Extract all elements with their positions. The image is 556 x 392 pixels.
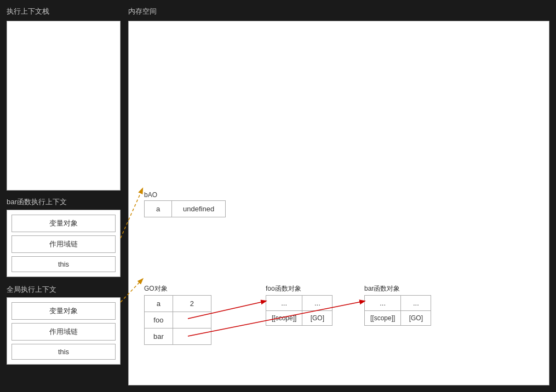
top-empty-area bbox=[7, 21, 121, 191]
bar-context-box: 变量对象 作用域链 this bbox=[7, 210, 121, 277]
global-context-box: 变量对象 作用域链 this bbox=[7, 297, 121, 365]
global-var-obj: 变量对象 bbox=[12, 302, 116, 320]
bao-label: bAO bbox=[144, 191, 226, 199]
global-context-label: 全局执行上下文 bbox=[7, 285, 121, 295]
bar-table: ... ... [[scope]] [GO] bbox=[364, 295, 431, 326]
foo-function-object: foo函数对象 ... ... [[scope]] [GO] bbox=[266, 284, 333, 326]
memory-space-title: 内存空间 bbox=[128, 7, 549, 16]
global-scope-chain: 作用域链 bbox=[12, 323, 116, 341]
go-object: GO对象 a 2 foo bar bbox=[144, 284, 211, 345]
bar-scope-chain: 作用域链 bbox=[12, 235, 116, 253]
bar-obj-label: bar函数对象 bbox=[364, 284, 431, 293]
global-this: this bbox=[12, 344, 116, 360]
bao-table: a undefined bbox=[144, 200, 226, 217]
execution-stack-title: 执行上下文栈 bbox=[7, 7, 121, 16]
bar-function-object: bar函数对象 ... ... [[scope]] [GO] bbox=[364, 284, 431, 326]
memory-area: bAO a undefined GO对象 a 2 foo bbox=[128, 21, 549, 385]
go-label: GO对象 bbox=[144, 284, 211, 293]
bar-var-obj: 变量对象 bbox=[12, 215, 116, 232]
bar-context-label: bar函数执行上下文 bbox=[7, 197, 121, 207]
go-table: a 2 foo bar bbox=[144, 295, 211, 345]
foo-table: ... ... [[scope]] [GO] bbox=[266, 295, 333, 326]
foo-label: foo函数对象 bbox=[266, 284, 333, 293]
bar-this: this bbox=[12, 256, 116, 272]
bao-object: bAO a undefined bbox=[144, 191, 226, 217]
